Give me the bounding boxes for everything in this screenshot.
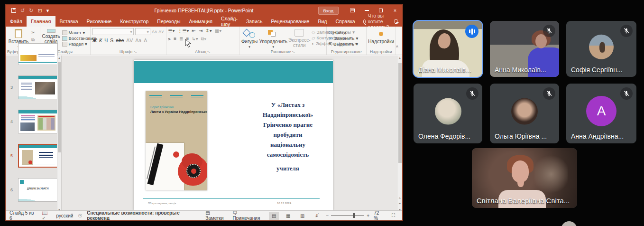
shadow-button[interactable]: S	[110, 38, 113, 43]
book-cover-image: Борис Грінченко Листи з України Наддніпр…	[146, 91, 207, 190]
underline-button[interactable]: Ч	[104, 38, 108, 43]
addins-button[interactable]: Надстройки	[368, 28, 394, 49]
thumbnail-number-3: 3	[10, 85, 13, 90]
new-slide-icon	[47, 29, 55, 33]
slide-title-band	[134, 61, 333, 83]
arrange-label: Упорядочить	[259, 39, 288, 44]
tell-me-search[interactable]: Что вы хотите сделать?	[359, 16, 395, 27]
comments-button[interactable]: 🗨 Примечания	[233, 210, 265, 221]
thumbnails-scrollbar[interactable]: ▲ ▼	[57, 56, 61, 212]
sign-in-button[interactable]: Вход	[318, 7, 339, 15]
tab-review[interactable]: Рецензирование	[267, 16, 313, 27]
tab-home[interactable]: Главная	[27, 16, 55, 27]
slide-sorter-view-button[interactable]: ▦	[283, 212, 293, 220]
save-icon[interactable]	[11, 8, 16, 13]
indent-increase-icon[interactable]: ⇥	[199, 28, 202, 33]
italic-button[interactable]: К	[99, 38, 102, 43]
zoom-percentage[interactable]: 72 %	[374, 210, 384, 221]
align-left-icon[interactable]: ⫸	[168, 36, 171, 42]
tab-help[interactable]: Справка	[331, 16, 359, 27]
text-direction-icon[interactable]: ↳▾	[192, 36, 198, 42]
zoom-slider-thumb[interactable]	[353, 213, 355, 218]
mouse-cursor	[185, 39, 191, 48]
quick-styles-button[interactable]: Экспресс-стили	[289, 28, 310, 49]
indent-decrease-icon[interactable]: ⇤	[192, 28, 196, 33]
ribbon-display-options-icon[interactable]	[345, 5, 359, 16]
thumbnail-slide-6[interactable]: ДЯКУЮ ЗА УВАГУ!	[18, 178, 58, 202]
tab-insert[interactable]: Вставка	[55, 16, 83, 27]
line-spacing-icon[interactable]: ⇕▾	[205, 28, 212, 33]
find-button[interactable]: Найти	[329, 30, 358, 35]
accessibility-status[interactable]: Специальные возможности: проверьте реком…	[87, 210, 201, 221]
participant-tile-anna-m[interactable]: Анна Миколаїв...	[490, 21, 559, 77]
tab-file[interactable]: Файл	[6, 16, 27, 27]
participant-tile-svitlana[interactable]: Світлана Валеріївна Світа...	[472, 148, 577, 208]
tab-slideshow[interactable]: Слайд-шоу	[217, 16, 242, 27]
canvas-scrollbar[interactable]: ▲ ⏶ ⏷ ▼	[397, 56, 402, 212]
replace-button[interactable]: abЗаменить ▾	[329, 36, 358, 41]
thumbnail-slide-4[interactable]	[18, 110, 58, 133]
quick-access-toolbar: ↺ ↻ ⊡ ▾	[6, 8, 49, 13]
columns-icon[interactable]: ▦▾	[215, 28, 221, 33]
copy-icon[interactable]: ⧉	[31, 37, 36, 43]
start-slideshow-icon[interactable]: ⊡	[37, 8, 42, 13]
notes-label: Заметки	[205, 216, 223, 221]
shrink-font-icon[interactable]: А˅	[158, 29, 164, 34]
notes-button[interactable]: ▤ Заметки	[205, 210, 228, 221]
tab-record[interactable]: Запись	[242, 16, 267, 27]
fit-to-window-icon[interactable]: ⛶	[388, 212, 398, 220]
comments-icon[interactable]	[395, 19, 397, 24]
customize-qat-icon[interactable]: ▾	[46, 8, 49, 13]
participant-tile-anna-a[interactable]: А Анна Андріївна...	[566, 84, 636, 143]
participant-name: Олена Федорів...	[418, 132, 478, 140]
reading-view-button[interactable]: ▥	[297, 212, 307, 220]
smartart-icon[interactable]: ⧉▾	[201, 36, 206, 42]
collapse-ribbon-icon[interactable]: ˄	[396, 44, 402, 55]
font-color-button[interactable]: А	[144, 38, 147, 43]
participant-tile-olga[interactable]: Ольга Юріївна ...	[490, 84, 559, 143]
thumbnail-slide-5-selected[interactable]	[18, 144, 58, 168]
char-spacing-button[interactable]: АV	[126, 38, 133, 43]
zoom-in-icon[interactable]: +	[367, 213, 369, 218]
participant-tile-sofia[interactable]: Софія Сергіївн...	[566, 21, 636, 77]
tab-animations[interactable]: Анимация	[185, 16, 217, 27]
slideshow-view-button[interactable]: ⫝̸	[312, 212, 322, 220]
thumbnail-slide-2[interactable]	[18, 43, 58, 65]
tab-design[interactable]: Конструктор	[116, 16, 153, 27]
numbering-icon[interactable]: ⋮☰▾	[178, 28, 189, 33]
align-center-icon[interactable]: ≡	[174, 36, 176, 42]
spellcheck-icon[interactable]: 📖✓	[42, 210, 51, 221]
previous-slide-button[interactable]: ⏶	[397, 197, 402, 200]
arrange-button[interactable]: Упорядочить ▾	[259, 28, 287, 49]
tab-draw[interactable]: Рисование	[83, 16, 116, 27]
participant-tile-olena[interactable]: Олена Федорів...	[414, 84, 482, 143]
layout-icon	[62, 30, 67, 35]
zoom-slider[interactable]: − +	[326, 213, 369, 218]
normal-view-button[interactable]: ▤	[269, 212, 279, 220]
video-call-panel: Діана Миколаїв... Анна Миколаїв... Софія…	[404, 0, 644, 226]
next-slide-button[interactable]: ⏷	[397, 202, 402, 206]
shapes-button[interactable]: Фигуры ▾	[241, 28, 258, 49]
align-right-icon[interactable]: ≣	[179, 36, 183, 42]
redo-icon[interactable]: ↻	[29, 8, 33, 13]
select-button[interactable]: ⇱Выделить ▾	[329, 41, 358, 47]
tab-transitions[interactable]: Переходы	[153, 16, 184, 27]
body-line: пробудити	[246, 130, 330, 140]
strikethrough-button[interactable]: abc	[116, 38, 124, 43]
undo-icon[interactable]: ↺	[20, 8, 25, 13]
change-case-button[interactable]: Аа	[135, 38, 141, 43]
thumbnail-slide-3[interactable]	[18, 75, 58, 99]
bold-button[interactable]: Ж	[92, 38, 97, 43]
zoom-out-icon[interactable]: −	[326, 213, 329, 218]
cut-icon[interactable]: ✂	[31, 30, 36, 35]
speaking-indicator-icon	[465, 25, 478, 38]
font-name-box[interactable]: ▾	[92, 28, 134, 35]
language-indicator[interactable]: русский	[56, 213, 73, 218]
avatar	[589, 35, 614, 59]
tab-view[interactable]: Вид	[313, 16, 331, 27]
font-size-box[interactable]: ▾	[135, 28, 150, 35]
slide-5[interactable]: Борис Грінченко Листи з України Наддніпр…	[134, 60, 333, 210]
grow-font-icon[interactable]: А˄	[152, 29, 157, 34]
bullets-icon[interactable]: ☰▾	[168, 28, 175, 33]
participant-tile-diana[interactable]: Діана Миколаїв...	[414, 21, 482, 77]
